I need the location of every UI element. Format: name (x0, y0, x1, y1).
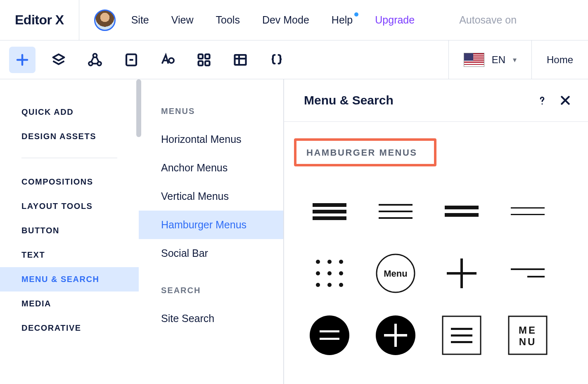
cat-menu-search[interactable]: MENU & SEARCH (0, 267, 139, 292)
toolbar: EN ▾ Home (0, 40, 588, 79)
hamburger-plus[interactable] (429, 242, 495, 304)
hamburger-circle-menu-text[interactable]: Menu (363, 242, 429, 304)
svg-rect-51 (451, 328, 472, 330)
svg-rect-45 (320, 330, 339, 332)
svg-rect-24 (379, 217, 413, 219)
masters-button[interactable] (82, 47, 108, 73)
menu-site[interactable]: Site (131, 14, 149, 26)
avatar[interactable] (94, 9, 116, 31)
section-label: HAMBURGER MENUS (306, 147, 417, 158)
menu-devmode[interactable]: Dev Mode (262, 14, 309, 26)
menu-tools[interactable]: Tools (216, 14, 240, 26)
svg-rect-11 (199, 61, 203, 66)
language-selector[interactable]: EN ▾ (448, 40, 531, 79)
layers-button[interactable] (45, 47, 72, 73)
svg-rect-49 (384, 334, 407, 337)
scrollbar[interactable] (136, 79, 141, 137)
home-selector[interactable]: Home (531, 40, 588, 79)
page-button[interactable] (118, 47, 145, 73)
svg-rect-23 (379, 211, 413, 212)
sub-social-bar[interactable]: Social Bar (139, 239, 283, 268)
top-menu: Site View Tools Dev Mode Help Upgrade Au… (131, 14, 517, 26)
section-menus-header: MENUS (139, 100, 283, 125)
svg-rect-52 (451, 334, 472, 337)
circle-equals-icon (309, 315, 350, 356)
cat-quick-add[interactable]: QUICK ADD (0, 100, 139, 124)
hamburger-thin-3lines[interactable] (363, 180, 429, 242)
svg-rect-28 (511, 214, 545, 215)
svg-point-35 (316, 283, 320, 287)
layers-icon (51, 52, 66, 67)
add-button[interactable] (9, 47, 36, 73)
svg-rect-9 (199, 54, 203, 59)
hamburger-icon (511, 204, 545, 219)
square-menu-icon: ME NU (508, 315, 548, 355)
highlighted-section-label: HAMBURGER MENUS (294, 138, 436, 166)
svg-text:ME: ME (519, 325, 537, 336)
svg-point-36 (327, 283, 332, 287)
apps-button[interactable] (191, 47, 217, 73)
cms-button[interactable] (227, 47, 254, 73)
theme-button[interactable] (154, 47, 181, 73)
svg-rect-25 (445, 206, 479, 209)
svg-rect-26 (445, 213, 479, 217)
section-search-header: SEARCH (139, 279, 283, 304)
help-icon[interactable] (536, 94, 548, 107)
close-icon[interactable] (559, 94, 571, 107)
divider (79, 0, 79, 40)
svg-text:Menu: Menu (384, 268, 407, 279)
hamburger-2lines-thin[interactable] (495, 180, 561, 242)
menu-view[interactable]: View (171, 14, 194, 26)
sub-anchor-menus[interactable]: Anchor Menus (139, 154, 283, 182)
svg-rect-13 (235, 55, 246, 65)
hamburger-square-menu-text[interactable]: ME NU (495, 304, 561, 366)
panel-title: Menu & Search (304, 93, 394, 107)
cat-compositions[interactable]: COMPOSITIONS (0, 170, 139, 194)
svg-marker-2 (53, 54, 64, 60)
sidebar-categories: QUICK ADD DESIGN ASSETS COMPOSITIONS LAY… (0, 79, 139, 384)
svg-point-29 (316, 260, 320, 264)
hamburger-square-3lines[interactable] (429, 304, 495, 366)
menu-help[interactable]: Help (332, 14, 353, 26)
divider (21, 158, 117, 158)
cat-design-assets[interactable]: DESIGN ASSETS (0, 124, 139, 149)
add-panel: Menu & Search HAMBURGER MENUS (284, 79, 588, 384)
hamburger-thick-3lines[interactable] (296, 180, 363, 242)
sub-horizontal-menus[interactable]: Horizontal Menus (139, 125, 283, 154)
svg-rect-43 (527, 276, 545, 277)
circle-menu-icon: Menu (375, 253, 416, 294)
cat-decorative[interactable]: DECORATIVE (0, 316, 139, 340)
menu-upgrade[interactable]: Upgrade (375, 14, 415, 26)
plus-icon (445, 257, 478, 290)
svg-rect-41 (447, 272, 477, 275)
sub-site-search[interactable]: Site Search (139, 304, 283, 333)
svg-rect-12 (205, 61, 210, 66)
cat-button[interactable]: BUTTON (0, 218, 139, 243)
svg-point-16 (542, 103, 543, 104)
hamburger-circle-plus[interactable] (363, 304, 429, 366)
grid-icon (197, 52, 211, 67)
svg-point-31 (339, 260, 343, 264)
cat-layout-tools[interactable]: LAYOUT TOOLS (0, 194, 139, 218)
hamburger-icon (379, 201, 413, 222)
sub-vertical-menus[interactable]: Vertical Menus (139, 182, 283, 211)
svg-rect-46 (320, 338, 339, 340)
sub-hamburger-menus[interactable]: Hamburger Menus (139, 211, 283, 239)
dots-grid-icon (313, 257, 346, 290)
hamburger-dots-grid[interactable] (296, 242, 363, 304)
svg-point-5 (97, 62, 101, 65)
code-button[interactable] (263, 47, 290, 73)
circle-plus-icon (375, 315, 416, 356)
hamburger-icon (445, 203, 479, 220)
svg-rect-19 (313, 203, 346, 207)
braces-icon (269, 52, 284, 67)
hamburger-circle-2lines[interactable] (296, 304, 363, 366)
hamburger-line-shortline[interactable] (495, 242, 561, 304)
hamburger-2lines-thick[interactable] (429, 180, 495, 242)
language-code: EN (492, 54, 505, 66)
hamburger-icon (313, 201, 346, 222)
hamburger-grid: Menu (294, 180, 578, 366)
cat-text[interactable]: TEXT (0, 243, 139, 267)
cat-media[interactable]: MEDIA (0, 292, 139, 316)
sidebar-subitems: MENUS Horizontal Menus Anchor Menus Vert… (139, 79, 284, 384)
